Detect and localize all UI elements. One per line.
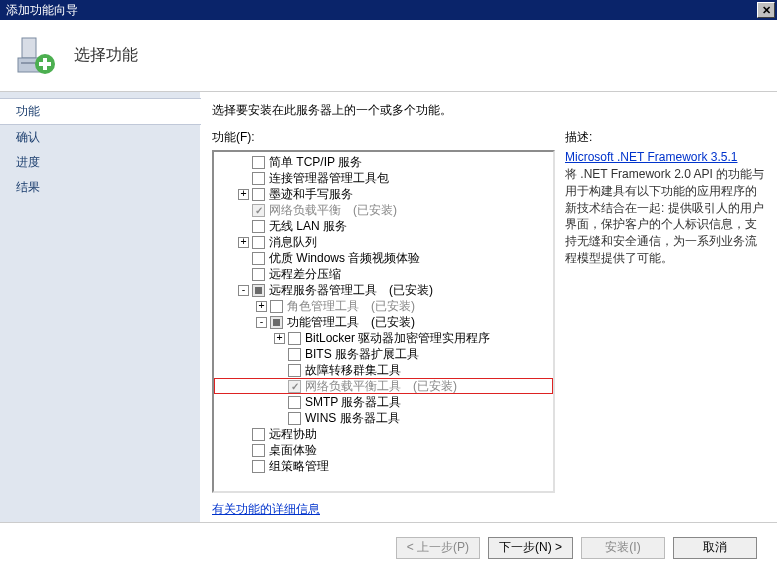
tree-node-label: BITS 服务器扩展工具 bbox=[305, 346, 419, 363]
prev-button: < 上一步(P) bbox=[396, 537, 480, 559]
tree-node[interactable]: 故障转移群集工具 bbox=[214, 362, 553, 378]
expander-spacer bbox=[274, 381, 285, 392]
expander-spacer bbox=[238, 269, 249, 280]
tree-node[interactable]: 桌面体验 bbox=[214, 442, 553, 458]
close-button[interactable]: ✕ bbox=[757, 2, 775, 18]
tree-node[interactable]: -功能管理工具 (已安装) bbox=[214, 314, 553, 330]
checkbox[interactable] bbox=[288, 364, 301, 377]
collapse-icon[interactable]: - bbox=[256, 317, 267, 328]
tree-node[interactable]: 优质 Windows 音频视频体验 bbox=[214, 250, 553, 266]
tree-node-label: 简单 TCP/IP 服务 bbox=[269, 154, 362, 171]
checkbox[interactable] bbox=[252, 236, 265, 249]
wizard-footer: < 上一步(P) 下一步(N) > 安装(I) 取消 bbox=[0, 522, 777, 572]
tree-node[interactable]: 网络负载平衡工具 (已安装) bbox=[214, 378, 553, 394]
tree-node[interactable]: 远程协助 bbox=[214, 426, 553, 442]
checkbox[interactable] bbox=[252, 252, 265, 265]
description-title-link[interactable]: Microsoft .NET Framework 3.5.1 bbox=[565, 150, 738, 164]
wizard-main: 选择要安装在此服务器上的一个或多个功能。 功能(F): 简单 TCP/IP 服务… bbox=[200, 92, 777, 522]
expander-spacer bbox=[238, 173, 249, 184]
install-button: 安装(I) bbox=[581, 537, 665, 559]
wizard-sidebar: 功能 确认 进度 结果 bbox=[0, 92, 200, 522]
expander-spacer bbox=[238, 429, 249, 440]
expander-spacer bbox=[274, 413, 285, 424]
svg-rect-5 bbox=[39, 62, 51, 66]
tree-node[interactable]: WINS 服务器工具 bbox=[214, 410, 553, 426]
expander-spacer bbox=[274, 349, 285, 360]
tree-node[interactable]: 组策略管理 bbox=[214, 458, 553, 474]
expander-spacer bbox=[238, 157, 249, 168]
tree-node-label: 连接管理器管理工具包 bbox=[269, 170, 389, 187]
features-tree[interactable]: 简单 TCP/IP 服务连接管理器管理工具包+墨迹和手写服务网络负载平衡 (已安… bbox=[212, 150, 555, 493]
expand-icon[interactable]: + bbox=[256, 301, 267, 312]
tree-node-label: 无线 LAN 服务 bbox=[269, 218, 347, 235]
tree-node-label: WINS 服务器工具 bbox=[305, 410, 400, 427]
tree-node-label: 优质 Windows 音频视频体验 bbox=[269, 250, 420, 267]
tree-node-label: 远程服务器管理工具 (已安装) bbox=[269, 282, 433, 299]
expand-icon[interactable]: + bbox=[238, 237, 249, 248]
wizard-header: 选择功能 bbox=[0, 20, 777, 92]
expand-icon[interactable]: + bbox=[274, 333, 285, 344]
tree-node[interactable]: 无线 LAN 服务 bbox=[214, 218, 553, 234]
expander-spacer bbox=[238, 445, 249, 456]
tree-node[interactable]: 远程差分压缩 bbox=[214, 266, 553, 282]
checkbox[interactable] bbox=[288, 348, 301, 361]
checkbox[interactable] bbox=[252, 444, 265, 457]
tree-node-label: 消息队列 bbox=[269, 234, 317, 251]
sidebar-item-confirm[interactable]: 确认 bbox=[0, 125, 200, 150]
expand-icon[interactable]: + bbox=[238, 189, 249, 200]
tree-node[interactable]: +墨迹和手写服务 bbox=[214, 186, 553, 202]
next-button[interactable]: 下一步(N) > bbox=[488, 537, 573, 559]
expander-spacer bbox=[238, 253, 249, 264]
description-text: 将 .NET Framework 2.0 API 的功能与用于构建具有以下功能的… bbox=[565, 166, 765, 267]
checkbox[interactable] bbox=[252, 156, 265, 169]
collapse-icon[interactable]: - bbox=[238, 285, 249, 296]
more-info-link[interactable]: 有关功能的详细信息 bbox=[212, 501, 555, 518]
checkbox bbox=[288, 380, 301, 393]
tree-node[interactable]: 连接管理器管理工具包 bbox=[214, 170, 553, 186]
wizard-icon bbox=[14, 34, 58, 78]
tree-node[interactable]: +消息队列 bbox=[214, 234, 553, 250]
svg-rect-2 bbox=[21, 62, 37, 64]
tree-node-label: 远程协助 bbox=[269, 426, 317, 443]
sidebar-item-progress[interactable]: 进度 bbox=[0, 150, 200, 175]
expander-spacer bbox=[238, 205, 249, 216]
titlebar: 添加功能向导 ✕ bbox=[0, 0, 777, 20]
checkbox[interactable] bbox=[252, 428, 265, 441]
checkbox[interactable] bbox=[252, 284, 265, 297]
svg-rect-0 bbox=[22, 38, 36, 58]
checkbox[interactable] bbox=[252, 220, 265, 233]
tree-node-label: 网络负载平衡工具 (已安装) bbox=[305, 378, 457, 395]
checkbox[interactable] bbox=[252, 188, 265, 201]
page-title: 选择功能 bbox=[74, 45, 138, 66]
tree-node[interactable]: SMTP 服务器工具 bbox=[214, 394, 553, 410]
tree-node[interactable]: +角色管理工具 (已安装) bbox=[214, 298, 553, 314]
checkbox[interactable] bbox=[252, 460, 265, 473]
sidebar-item-features[interactable]: 功能 bbox=[0, 98, 201, 125]
checkbox[interactable] bbox=[252, 172, 265, 185]
tree-node[interactable]: 网络负载平衡 (已安装) bbox=[214, 202, 553, 218]
tree-node-label: BitLocker 驱动器加密管理实用程序 bbox=[305, 330, 490, 347]
checkbox[interactable] bbox=[288, 396, 301, 409]
tree-node[interactable]: BITS 服务器扩展工具 bbox=[214, 346, 553, 362]
tree-node-label: 远程差分压缩 bbox=[269, 266, 341, 283]
cancel-button[interactable]: 取消 bbox=[673, 537, 757, 559]
expander-spacer bbox=[274, 397, 285, 408]
tree-node-label: SMTP 服务器工具 bbox=[305, 394, 401, 411]
tree-node-label: 角色管理工具 (已安装) bbox=[287, 298, 415, 315]
tree-node[interactable]: +BitLocker 驱动器加密管理实用程序 bbox=[214, 330, 553, 346]
sidebar-item-results[interactable]: 结果 bbox=[0, 175, 200, 200]
expander-spacer bbox=[274, 365, 285, 376]
checkbox[interactable] bbox=[270, 300, 283, 313]
checkbox[interactable] bbox=[288, 412, 301, 425]
tree-node[interactable]: -远程服务器管理工具 (已安装) bbox=[214, 282, 553, 298]
tree-node-label: 墨迹和手写服务 bbox=[269, 186, 353, 203]
tree-node-label: 故障转移群集工具 bbox=[305, 362, 401, 379]
expander-spacer bbox=[238, 461, 249, 472]
checkbox[interactable] bbox=[270, 316, 283, 329]
checkbox[interactable] bbox=[288, 332, 301, 345]
checkbox[interactable] bbox=[252, 268, 265, 281]
tree-node[interactable]: 简单 TCP/IP 服务 bbox=[214, 154, 553, 170]
tree-node-label: 功能管理工具 (已安装) bbox=[287, 314, 415, 331]
tree-node-label: 桌面体验 bbox=[269, 442, 317, 459]
tree-node-label: 网络负载平衡 (已安装) bbox=[269, 202, 397, 219]
